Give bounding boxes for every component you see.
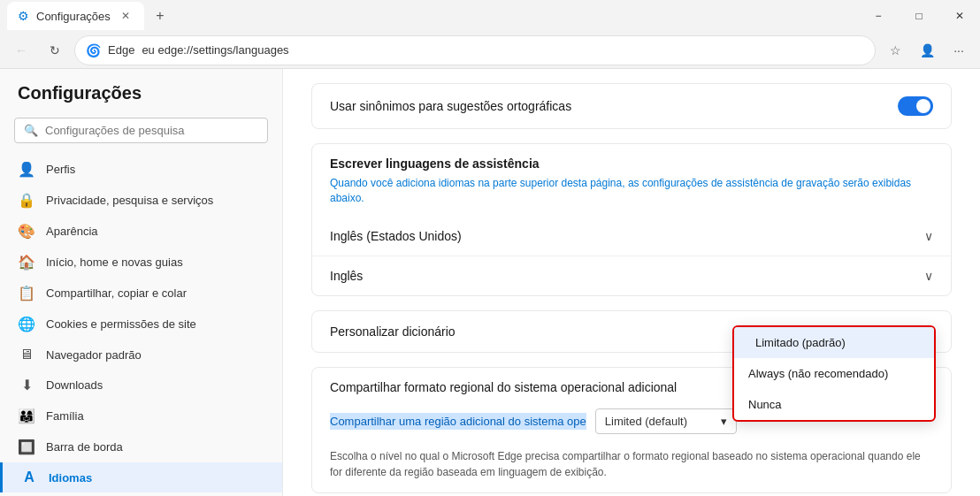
ingles-chevron-icon: ∨ bbox=[924, 269, 933, 283]
sidebar-item-perfis[interactable]: 👤 Perfis bbox=[0, 154, 282, 185]
favorites-icon-button[interactable]: ☆ bbox=[881, 36, 909, 65]
sidebar-item-barra[interactable]: 🔲 Barra de borda bbox=[0, 431, 282, 462]
sidebar-item-navegador[interactable]: 🖥 Navegador padrão bbox=[0, 340, 282, 370]
content-area: Usar sinônimos para sugestões ortográfic… bbox=[283, 69, 980, 496]
sidebar-item-cookies[interactable]: 🌐 Cookies e permissões de site bbox=[0, 309, 282, 340]
dropdown-item-label: Limitado (padrão) bbox=[755, 336, 846, 349]
sidebar-item-label: Privacidade, pesquisa e serviços bbox=[46, 194, 213, 207]
ingles-us-chevron-icon: ∨ bbox=[924, 229, 933, 243]
compartilhar-row-label: Compartilhar uma região adicional do sis… bbox=[330, 413, 586, 430]
cookies-icon: 🌐 bbox=[18, 316, 35, 332]
aparencia-icon: 🎨 bbox=[18, 223, 35, 240]
search-box[interactable]: 🔍 bbox=[14, 118, 268, 143]
sidebar-item-privacidade[interactable]: 🔒 Privacidade, pesquisa e serviços bbox=[0, 185, 282, 216]
inicio-icon: 🏠 bbox=[18, 254, 35, 271]
sidebar-item-familia[interactable]: 👨‍👩‍👧 Família bbox=[0, 401, 282, 431]
sinonimos-row: Usar sinônimos para sugestões ortográfic… bbox=[312, 84, 951, 128]
sidebar-item-compartilhar[interactable]: 📋 Compartilhar, copiar e colar bbox=[0, 278, 282, 309]
sidebar-item-label: Aparência bbox=[46, 225, 98, 238]
sidebar-item-label: Barra de borda bbox=[46, 440, 123, 454]
search-icon: 🔍 bbox=[24, 124, 38, 137]
window-controls: − □ ✕ bbox=[858, 0, 980, 32]
sidebar: Configurações 🔍 👤 Perfis 🔒 Privacidade, … bbox=[0, 69, 283, 496]
sidebar-item-label: Navegador padrão bbox=[46, 348, 142, 362]
perfis-icon: 👤 bbox=[18, 161, 35, 178]
barra-icon: 🔲 bbox=[18, 439, 35, 455]
nav-right-controls: ☆ 👤 ··· bbox=[881, 36, 973, 65]
refresh-button[interactable]: ↻ bbox=[41, 36, 69, 65]
tab-close-button[interactable]: ✕ bbox=[118, 8, 134, 24]
titlebar: ⚙ Configurações ✕ + − □ ✕ bbox=[0, 0, 980, 32]
sidebar-item-aparencia[interactable]: 🎨 Aparência bbox=[0, 216, 282, 247]
escrever-sublabel: Quando você adiciona idiomas na parte su… bbox=[330, 176, 933, 217]
sidebar-item-label: Compartilhar, copiar e colar bbox=[46, 286, 187, 300]
dropdown-arrow-icon: ▾ bbox=[721, 415, 727, 428]
downloads-icon: ⬇ bbox=[18, 377, 35, 393]
dropdown-item-always[interactable]: Always (não recomendado) bbox=[734, 358, 934, 389]
familia-icon: 👨‍👩‍👧 bbox=[18, 408, 35, 424]
tab-settings-icon: ⚙ bbox=[18, 9, 29, 23]
sidebar-item-label: Idiomas bbox=[49, 471, 92, 485]
dropdown-item-nunca[interactable]: Nunca bbox=[734, 389, 934, 420]
sidebar-item-inicio[interactable]: 🏠 Início, home e novas guias bbox=[0, 247, 282, 278]
ingles-us-row[interactable]: Inglês (Estados Unidos) ∨ bbox=[312, 217, 951, 256]
dropdown-value: Limited (default) bbox=[605, 415, 687, 428]
more-menu-button[interactable]: ··· bbox=[945, 36, 973, 65]
dropdown-item-limitado[interactable]: Limitado (padrão) bbox=[734, 327, 934, 358]
sidebar-item-label: Início, home e novas guias bbox=[46, 256, 183, 269]
navegador-icon: 🖥 bbox=[18, 347, 35, 362]
new-tab-button[interactable]: + bbox=[148, 4, 172, 28]
dropdown-item-label: Nunca bbox=[748, 398, 782, 411]
search-input[interactable] bbox=[45, 124, 258, 137]
dropdown-item-label: Always (não recomendado) bbox=[748, 367, 888, 380]
privacidade-icon: 🔒 bbox=[18, 192, 35, 209]
minimize-button[interactable]: − bbox=[858, 0, 899, 32]
compartilhar-highlighted-text: Compartilhar uma região adicional do sis… bbox=[330, 415, 586, 428]
sinonimos-label: Usar sinônimos para sugestões ortográfic… bbox=[330, 99, 887, 113]
sidebar-item-impressoras[interactable]: 🖨 Impressoras bbox=[0, 492, 282, 496]
compartilhar-desc: Escolha o nível no qual o Microsoft Edge… bbox=[312, 443, 951, 492]
idiomas-icon: A bbox=[20, 469, 38, 485]
sidebar-item-label: Downloads bbox=[46, 378, 103, 392]
sidebar-item-idiomas[interactable]: A Idiomas bbox=[0, 462, 282, 492]
sinonimos-card: Usar sinônimos para sugestões ortográfic… bbox=[311, 83, 952, 129]
dropdown-popup: Limitado (padrão) Always (não recomendad… bbox=[732, 325, 936, 422]
back-button[interactable]: ← bbox=[7, 36, 35, 65]
edge-logo-icon: 🌀 bbox=[86, 43, 101, 57]
escrever-card: Escrever linguagens de assistência Quand… bbox=[311, 143, 952, 296]
main-layout: Configurações 🔍 👤 Perfis 🔒 Privacidade, … bbox=[0, 69, 980, 496]
profile-button[interactable]: 👤 bbox=[913, 36, 941, 65]
ingles-row[interactable]: Inglês ∨ bbox=[312, 256, 951, 295]
sidebar-item-label: Perfis bbox=[46, 163, 75, 176]
edge-label: Edge bbox=[108, 43, 134, 57]
address-bar[interactable]: 🌀 Edge eu edge://settings/languages bbox=[74, 35, 876, 65]
tab-label: Configurações bbox=[36, 10, 111, 23]
sidebar-item-downloads[interactable]: ⬇ Downloads bbox=[0, 370, 282, 401]
compartilhar-icon: 📋 bbox=[18, 285, 35, 301]
active-tab[interactable]: ⚙ Configurações ✕ bbox=[7, 2, 144, 30]
region-dropdown[interactable]: Limited (default) ▾ bbox=[595, 408, 737, 434]
navbar: ← ↻ 🌀 Edge eu edge://settings/languages … bbox=[0, 32, 980, 69]
sidebar-item-label: Família bbox=[46, 409, 84, 423]
close-button[interactable]: ✕ bbox=[939, 0, 980, 32]
url-display: eu edge://settings/languages bbox=[142, 43, 864, 57]
sidebar-title: Configurações bbox=[0, 83, 282, 118]
sidebar-item-label: Cookies e permissões de site bbox=[46, 317, 196, 331]
ingles-label: Inglês bbox=[330, 269, 914, 283]
content-inner: Usar sinônimos para sugestões ortográfic… bbox=[283, 69, 980, 496]
sinonimos-toggle[interactable] bbox=[898, 96, 933, 116]
ingles-us-label: Inglês (Estados Unidos) bbox=[330, 229, 914, 243]
maximize-button[interactable]: □ bbox=[899, 0, 939, 32]
escrever-title: Escrever linguagens de assistência bbox=[330, 156, 933, 176]
